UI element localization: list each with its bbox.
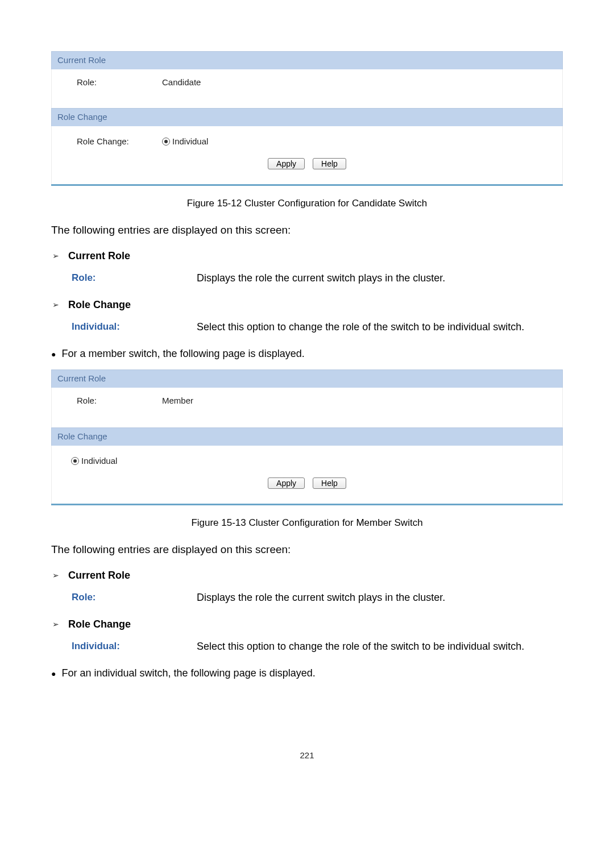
bullet-icon: ● xyxy=(51,666,56,680)
member-config-panel: Current Role Role: Member Role Change In… xyxy=(51,369,563,505)
figure-caption-1: Figure 15-12 Cluster Configuration for C… xyxy=(51,196,563,211)
definition-individual-1: Individual: Select this option to change… xyxy=(72,319,563,335)
section-body-role-change: Individual Apply Help xyxy=(51,446,563,504)
section-body-role-change: Role Change: Individual Apply Help xyxy=(51,126,563,185)
definition-role-1: Role: Displays the role the current swit… xyxy=(72,271,563,286)
intro-text-2: The following entries are displayed on t… xyxy=(51,542,563,558)
section-body-current-role: Role: Candidate xyxy=(51,69,563,109)
role-value: Candidate xyxy=(162,76,201,89)
definition-individual-2: Individual: Select this option to change… xyxy=(72,639,563,654)
section-header-current-role: Current Role xyxy=(51,369,563,388)
heading-role-change-1: ➢ Role Change xyxy=(51,297,563,313)
section-body-current-role: Role: Member xyxy=(51,388,563,428)
page-number: 221 xyxy=(51,749,563,762)
definition-role-2: Role: Displays the role the current swit… xyxy=(72,590,563,605)
section-header-current-role: Current Role xyxy=(51,51,563,69)
arrow-icon: ➢ xyxy=(51,299,60,311)
individual-radio[interactable]: Individual xyxy=(162,135,208,148)
role-label: Role: xyxy=(77,394,162,408)
radio-icon xyxy=(162,138,170,146)
radio-icon xyxy=(71,457,79,465)
heading-current-role-1: ➢ Current Role xyxy=(51,248,563,264)
role-value: Member xyxy=(162,394,193,408)
apply-button[interactable]: Apply xyxy=(268,158,305,169)
apply-button[interactable]: Apply xyxy=(268,477,305,489)
bullet-individual-switch: ● For an individual switch, the followin… xyxy=(51,666,563,681)
help-button[interactable]: Help xyxy=(313,158,346,169)
figure-caption-2: Figure 15-13 Cluster Configuration for M… xyxy=(51,516,563,530)
arrow-icon: ➢ xyxy=(51,250,60,262)
section-header-role-change: Role Change xyxy=(51,427,563,446)
candidate-config-panel: Current Role Role: Candidate Role Change… xyxy=(51,51,563,186)
intro-text-1: The following entries are displayed on t… xyxy=(51,222,563,239)
heading-role-change-2: ➢ Role Change xyxy=(51,617,563,632)
heading-current-role-2: ➢ Current Role xyxy=(51,568,563,583)
bullet-icon: ● xyxy=(51,346,56,360)
radio-label-text: Individual xyxy=(172,135,208,148)
individual-radio[interactable]: Individual xyxy=(71,455,117,468)
help-button[interactable]: Help xyxy=(313,477,346,489)
role-label: Role: xyxy=(77,76,162,89)
arrow-icon: ➢ xyxy=(51,618,60,630)
role-change-label: Role Change: xyxy=(77,135,162,148)
bullet-member-switch: ● For a member switch, the following pag… xyxy=(51,346,563,362)
arrow-icon: ➢ xyxy=(51,570,60,582)
section-header-role-change: Role Change xyxy=(51,108,563,126)
radio-label-text: Individual xyxy=(81,455,117,468)
